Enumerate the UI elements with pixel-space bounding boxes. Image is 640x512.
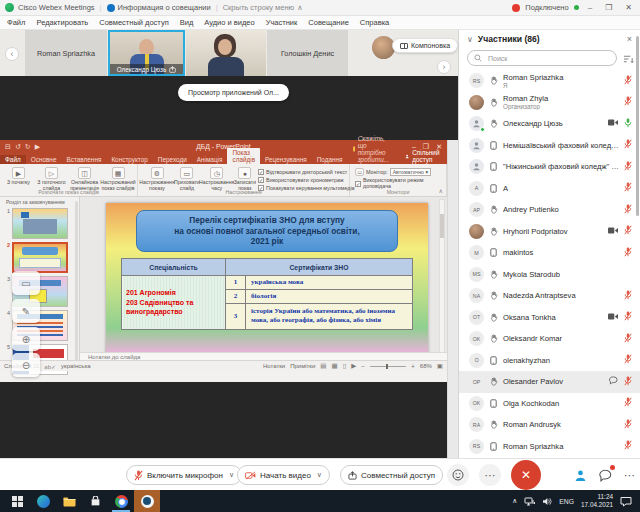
- video-tile[interactable]: Roman Spriazhka: [25, 30, 107, 76]
- mic-muted-icon[interactable]: [624, 376, 632, 388]
- participant-row[interactable]: MSMykola Starodub: [459, 264, 640, 286]
- mic-muted-icon[interactable]: [624, 204, 632, 216]
- menu-item-редактировать[interactable]: Редактировать: [36, 18, 88, 27]
- ppt-tab[interactable]: Переходи: [153, 155, 192, 164]
- minimize-button[interactable]: [584, 3, 596, 12]
- slide-sorter-icon[interactable]: ▦: [332, 362, 338, 370]
- reading-view-icon[interactable]: ▯: [343, 362, 347, 370]
- mic-muted-icon[interactable]: [624, 161, 632, 173]
- reactions-button[interactable]: [447, 464, 469, 486]
- redo-icon[interactable]: [25, 143, 31, 151]
- slide-scrollbar[interactable]: [439, 199, 445, 369]
- maximize-button[interactable]: [601, 3, 616, 12]
- taskbar-chrome[interactable]: [108, 490, 134, 512]
- slide-thumbnail[interactable]: 1: [3, 208, 79, 239]
- leave-meeting-button[interactable]: ✕: [511, 460, 541, 490]
- participant-row[interactable]: "Ніжинський фаховий коледж" М...: [459, 156, 640, 178]
- participant-row[interactable]: NANadezda Antraptseva: [459, 285, 640, 307]
- start-button[interactable]: [4, 490, 30, 512]
- zoom-in-icon[interactable]: +: [411, 363, 415, 370]
- tell-me-box[interactable]: Скажіть, що потрібно зробити...: [358, 135, 393, 163]
- collapse-panel-icon[interactable]: [467, 35, 473, 44]
- slideshow-icon[interactable]: [35, 143, 40, 151]
- notes-toggle[interactable]: Нотатки: [263, 363, 285, 369]
- tray-expand-icon[interactable]: ∧: [512, 497, 517, 505]
- keyboard-language[interactable]: ENG: [559, 498, 574, 505]
- participant-row[interactable]: Hryhorii Podpriatov: [459, 221, 640, 243]
- ppt-tab[interactable]: Вставлення: [61, 155, 106, 164]
- more-panels-button[interactable]: [621, 467, 638, 483]
- comments-toggle[interactable]: Примітки: [290, 363, 315, 369]
- menu-item-файл[interactable]: Файл: [7, 18, 25, 27]
- close-panel-icon[interactable]: ×: [627, 34, 632, 44]
- video-tile[interactable]: Голошкін Денис: [267, 30, 348, 76]
- ppt-tab[interactable]: Файл: [0, 155, 26, 164]
- menu-item-участник[interactable]: Участник: [266, 18, 298, 27]
- zoom-percent[interactable]: 68%: [420, 363, 432, 369]
- participant-row[interactable]: Roman ZhylaОрганизатор: [459, 92, 640, 114]
- mic-muted-icon[interactable]: [624, 182, 632, 194]
- participant-row[interactable]: RSRoman SpriazhkaЯ: [459, 70, 640, 92]
- ppt-tab[interactable]: Подання: [312, 155, 348, 164]
- annotation-zoom-out-button[interactable]: [12, 353, 40, 377]
- close-button[interactable]: [621, 3, 636, 12]
- taskbar-edge[interactable]: [30, 490, 56, 512]
- mic-muted-icon[interactable]: [624, 139, 632, 151]
- participant-row[interactable]: RARoman Andrusyk: [459, 414, 640, 436]
- video-tile[interactable]: [186, 30, 266, 76]
- participant-row[interactable]: OKOlga Kochkodan: [459, 393, 640, 415]
- ribbon-checkbox[interactable]: ✓Використовувати хронометраж: [258, 177, 355, 183]
- ppt-tab[interactable]: Рецензування: [260, 155, 312, 164]
- participant-row[interactable]: OTOksana Tonkha: [459, 307, 640, 329]
- spellcheck-icon[interactable]: ab✓: [44, 363, 56, 370]
- filmstrip-prev-button[interactable]: [5, 47, 19, 61]
- participant-row[interactable]: OKOleksandr Komar: [459, 328, 640, 350]
- chevron-down-icon[interactable]: ∨: [229, 471, 234, 479]
- slide-thumbnail[interactable]: 2: [3, 242, 79, 273]
- thumbnail-scrollbar[interactable]: [75, 201, 78, 367]
- annotation-screen-button[interactable]: [12, 271, 40, 295]
- participant-row[interactable]: OPOlesander Pavlov: [459, 371, 640, 393]
- taskbar-webex[interactable]: [134, 490, 160, 512]
- participant-row[interactable]: RSRoman Spriazhka: [459, 436, 640, 458]
- ppt-tab[interactable]: Показ слайдів: [227, 148, 260, 164]
- chat-bubble-icon[interactable]: [609, 376, 618, 387]
- menu-item-вид[interactable]: Вид: [180, 18, 194, 27]
- ppt-tab[interactable]: Конструктор: [106, 155, 152, 164]
- volume-icon[interactable]: [542, 497, 552, 506]
- participant-row[interactable]: Oolenakhyzhan: [459, 350, 640, 372]
- network-icon[interactable]: [524, 497, 535, 506]
- layout-button[interactable]: Компоновка: [392, 38, 458, 53]
- mic-muted-icon[interactable]: [624, 333, 632, 345]
- monitor-dropdown[interactable]: Автоматично ▾: [390, 168, 431, 176]
- normal-view-icon[interactable]: ▤: [320, 362, 326, 370]
- notes-pane[interactable]: Нотатки до слайда: [80, 352, 447, 360]
- save-icon[interactable]: [5, 143, 11, 151]
- participant-row[interactable]: Mmakintos: [459, 242, 640, 264]
- participants-toggle-button[interactable]: [572, 467, 589, 483]
- mic-muted-icon[interactable]: [624, 247, 632, 259]
- menu-item-аудио-и-видео[interactable]: Аудио и видео: [204, 18, 254, 27]
- chevron-down-icon[interactable]: ∨: [317, 471, 322, 479]
- ppt-tab[interactable]: Основне: [26, 155, 62, 164]
- start-video-button[interactable]: Начать видео ∨: [237, 465, 330, 485]
- mic-muted-icon[interactable]: [624, 354, 632, 366]
- sort-icon[interactable]: [623, 54, 634, 64]
- presenter-view-checkbox[interactable]: ✓: [355, 181, 361, 187]
- share-content-button[interactable]: Совместный доступ: [340, 465, 443, 485]
- meeting-info-button[interactable]: Информация о совещании: [118, 3, 211, 12]
- ppt-share-button[interactable]: Спільний доступ: [412, 149, 442, 163]
- unmute-button[interactable]: Включить микрофон ∨: [126, 465, 242, 485]
- more-options-button[interactable]: [479, 464, 501, 486]
- ribbon-collapse-icon[interactable]: ∧: [439, 187, 443, 194]
- fit-slide-icon[interactable]: ▣: [437, 362, 443, 370]
- menu-item-совещание[interactable]: Совещание: [308, 18, 349, 27]
- participants-scrollbar[interactable]: [636, 36, 639, 216]
- hide-menubar-button[interactable]: Скрыть строку меню: [223, 3, 295, 12]
- zoom-slider[interactable]: [370, 366, 406, 367]
- participant-row[interactable]: AA: [459, 178, 640, 200]
- action-center-icon[interactable]: [620, 496, 632, 507]
- taskbar-explorer[interactable]: [56, 490, 82, 512]
- mic-muted-icon[interactable]: [624, 225, 632, 237]
- annotation-pen-button[interactable]: [12, 299, 40, 323]
